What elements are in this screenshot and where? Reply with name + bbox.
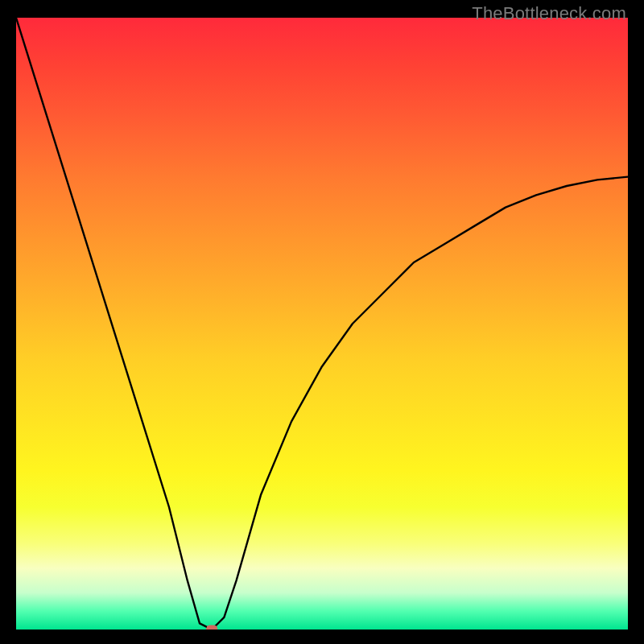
plot-area xyxy=(16,18,628,630)
min-marker xyxy=(207,625,217,630)
chart-frame: TheBottleneck.com xyxy=(0,0,644,644)
bottleneck-curve xyxy=(16,18,628,630)
watermark-label: TheBottleneck.com xyxy=(472,3,626,24)
chart-overlay xyxy=(16,18,628,630)
